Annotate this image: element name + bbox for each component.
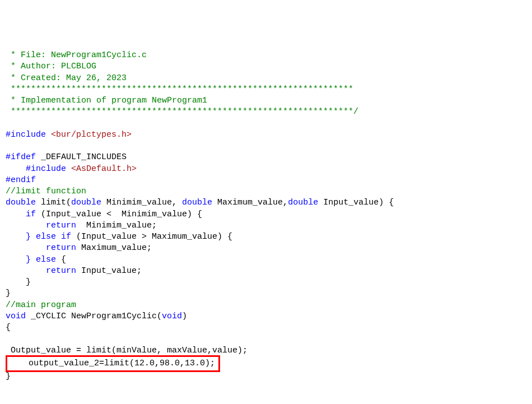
code-block: * File: NewProgram1Cyclic.c * Author: PL… xyxy=(6,50,526,382)
code-text: (Input_value > Maximum_value) { xyxy=(71,232,232,242)
comment-line: //limit function xyxy=(6,187,86,196)
keyword-if: if xyxy=(6,210,36,219)
preproc-ifdef: #ifdef xyxy=(6,152,36,162)
comment-line: * Implementation of program NewProgram1 xyxy=(6,96,207,105)
code-text: output_value_2=limit(12.0,98.0,13.0); xyxy=(8,359,215,368)
preproc-include: #include xyxy=(6,164,66,174)
code-text: { xyxy=(56,255,66,264)
code-text: } xyxy=(6,372,11,381)
code-text: } xyxy=(6,289,11,298)
code-text: Output_value = limit(minValue, maxValue,… xyxy=(6,346,248,355)
header-path: <bur/plctypes.h> xyxy=(46,130,132,140)
code-text: { xyxy=(6,323,11,332)
code-text: limit( xyxy=(36,198,71,207)
code-text: Minimim_value, xyxy=(101,198,182,207)
comment-line: * Created: May 26, 2023 xyxy=(6,73,127,83)
code-text: NewProgram1Cyclic( xyxy=(71,312,162,321)
code-text: Input_value) { xyxy=(318,198,394,207)
code-text: ) xyxy=(182,312,187,321)
keyword-double: double xyxy=(182,198,212,207)
comment-line: ****************************************… xyxy=(6,107,358,117)
keyword-return: return xyxy=(6,243,76,253)
comment-line: * File: NewProgram1Cyclic.c xyxy=(6,50,147,60)
comment-line: * Author: PLCBLOG xyxy=(6,62,96,71)
keyword-double: double xyxy=(71,198,101,207)
comment-line: //main program xyxy=(6,300,76,310)
keyword-double: double xyxy=(6,198,36,207)
preproc-endif: #endif xyxy=(6,175,36,185)
preproc-include: #include xyxy=(6,130,46,140)
keyword-void: void xyxy=(6,312,26,321)
header-path: <AsDefault.h> xyxy=(66,164,137,174)
keyword-return: return xyxy=(6,266,76,276)
code-text: Maximum_value; xyxy=(76,243,152,253)
keyword-if: if xyxy=(56,232,71,242)
comment-line: ****************************************… xyxy=(6,85,353,94)
code-text: (Input_value < Minimim_value) { xyxy=(36,210,202,219)
keyword-double: double xyxy=(288,198,318,207)
highlighted-line: output_value_2=limit(12.0,98.0,13.0); xyxy=(6,355,220,372)
keyword-void: void xyxy=(162,312,182,321)
macro-name: _DEFAULT_INCLUDES xyxy=(36,152,127,162)
code-text: Maximum_value, xyxy=(212,198,288,207)
code-text: Input_value; xyxy=(76,266,142,276)
keyword-return: return xyxy=(6,221,76,230)
code-text: } xyxy=(6,277,31,287)
code-text: Minimim_value; xyxy=(76,221,157,230)
code-text: _CYCLIC xyxy=(26,312,71,321)
keyword-else: } else xyxy=(6,232,56,242)
keyword-else: } else xyxy=(6,255,56,264)
